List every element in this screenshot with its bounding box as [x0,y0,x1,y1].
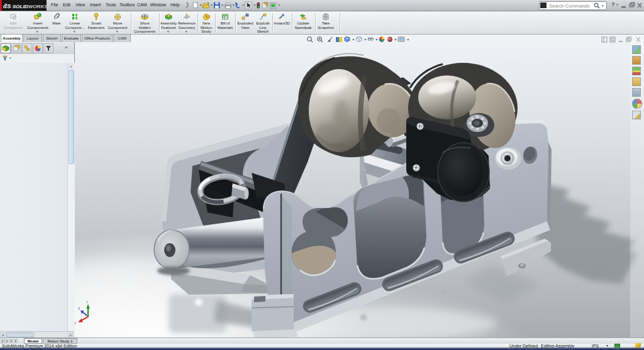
svg-text:Y: Y [86,300,89,304]
